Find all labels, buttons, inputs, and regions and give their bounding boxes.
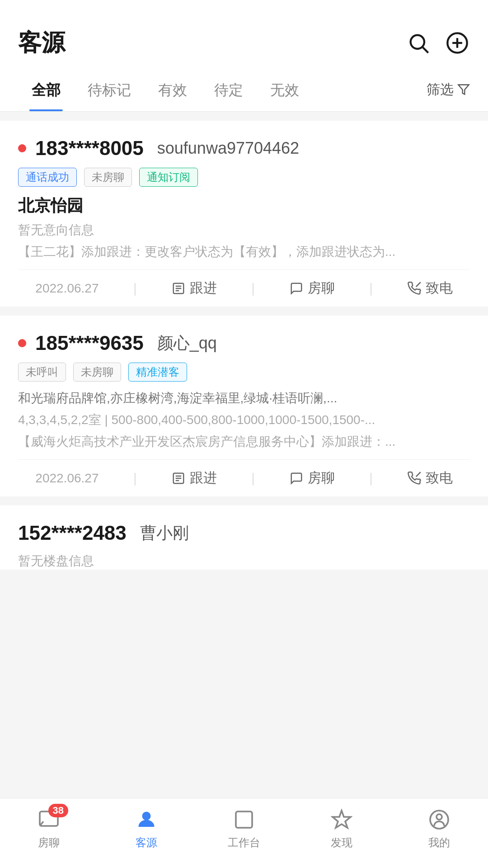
svg-rect-19 [236,811,252,828]
customer-card-3: 152****2483 曹小刚 暂无楼盘信息 [0,505,488,570]
call-label-2: 致电 [426,469,453,487]
action-date-2: 2022.06.27 [35,471,99,486]
tag-call-success: 通话成功 [18,168,77,187]
worktable-nav-icon [232,807,256,832]
rooms-info: 4,3,3,4,5,2,2室 | 500-800,400-500,800-100… [18,411,470,429]
tag-no-chat: 未房聊 [84,168,132,187]
nav-label-discover: 发现 [331,835,352,850]
unread-dot [18,144,26,152]
tab-pending-mark[interactable]: 待标记 [74,68,145,111]
svg-line-1 [423,47,428,53]
chat-button-1[interactable]: 房聊 [290,279,335,297]
call-label: 致电 [426,279,453,297]
follow-button-2[interactable]: 跟进 [172,469,217,487]
chat-button-2[interactable]: 房聊 [290,469,335,487]
search-button[interactable] [406,30,431,56]
divider-1: | [133,281,137,296]
bottom-nav: 38 房聊 客源 工作台 发现 [0,798,488,868]
page-title: 客源 [18,27,65,59]
unread-dot-2 [18,339,26,347]
svg-point-0 [411,35,424,49]
header: 客源 [0,0,488,68]
tags-row-2: 未呼叫 未房聊 精准潜客 [18,363,470,382]
content: 183****8005 soufunwa97704462 通话成功 未房聊 通知… [0,112,488,588]
card-actions-2: 2022.06.27 | 跟进 | 房聊 | [18,459,470,496]
action-date: 2022.06.27 [35,281,99,296]
card-header-1: 183****8005 soufunwa97704462 [18,137,470,160]
tag-no-call: 未呼叫 [18,363,66,382]
nav-fangqiao[interactable]: 38 房聊 [17,807,80,850]
card-header-2: 185****9635 颜心_qq [18,332,470,354]
properties-list: 和光瑞府品牌馆,亦庄橡树湾,海淀幸福里,绿城·桂语听澜,... [18,390,470,407]
svg-point-21 [436,814,442,820]
phone-number-2: 185****9635 [35,332,144,354]
community-name: 北京怡园 [18,195,470,217]
follow-button-1[interactable]: 跟进 [172,279,217,297]
svg-point-18 [143,812,150,820]
nav-label-worktable: 工作台 [228,835,260,850]
divider-3: | [369,281,373,296]
tab-invalid[interactable]: 无效 [257,68,313,111]
add-button[interactable] [445,30,470,56]
divider-6: | [369,471,373,486]
discover-nav-icon [329,807,354,832]
svg-marker-5 [458,85,469,94]
tag-notify-subscribe: 通知订阅 [139,168,198,187]
phone-number: 183****8005 [35,137,144,160]
call-button-2[interactable]: 致电 [408,469,453,487]
nav-label-keyuan: 客源 [136,835,157,850]
card-actions-1: 2022.06.27 | 跟进 | 房聊 | [18,269,470,307]
intention-info: 暂无意向信息 [18,222,470,239]
svg-line-10 [416,282,420,287]
phone-number-3: 152****2483 [18,522,127,544]
filter-button[interactable]: 筛选 [427,76,470,104]
tag-no-chat-2: 未房聊 [73,363,121,382]
follow-note-2: 【威海火炬高技术产业开发区杰宸房产信息服务中心】添加跟进：... [18,433,470,450]
no-property-info: 暂无楼盘信息 [18,552,470,570]
nav-label-fangqiao: 房聊 [38,835,60,850]
divider-2: | [251,281,255,296]
tag-precise-potential: 精准潜客 [128,363,187,382]
follow-label-2: 跟进 [190,469,217,487]
tab-valid[interactable]: 有效 [145,68,201,111]
card-header-3: 152****2483 曹小刚 [18,522,470,544]
username: soufunwa97704462 [157,139,299,158]
tags-row: 通话成功 未房聊 通知订阅 [18,168,470,187]
chat-badge: 38 [48,804,68,817]
header-actions [406,30,470,56]
nav-worktable[interactable]: 工作台 [212,807,276,850]
chat-label: 房聊 [308,279,335,297]
tabs-bar: 全部 待标记 有效 待定 无效 筛选 [0,68,488,112]
nav-discover[interactable]: 发现 [310,807,373,850]
nav-keyuan[interactable]: 客源 [115,807,178,850]
nav-label-mine: 我的 [428,835,450,850]
mine-nav-icon [427,807,451,832]
follow-note: 【王二花】添加跟进：更改客户状态为【有效】，添加跟进状态为... [18,243,470,260]
svg-line-15 [416,472,420,476]
username-2: 颜心_qq [157,332,217,354]
follow-label: 跟进 [190,279,217,297]
customer-card-2: 185****9635 颜心_qq 未呼叫 未房聊 精准潜客 和光瑞府品牌馆,亦… [0,316,488,496]
nav-mine[interactable]: 我的 [408,807,471,850]
chat-label-2: 房聊 [308,469,335,487]
tab-pending[interactable]: 待定 [201,68,257,111]
divider-4: | [133,471,137,486]
call-button-1[interactable]: 致电 [408,279,453,297]
username-3: 曹小刚 [140,522,189,544]
person-nav-icon [134,807,159,832]
chat-nav-icon: 38 [37,807,61,832]
customer-card-1: 183****8005 soufunwa97704462 通话成功 未房聊 通知… [0,121,488,307]
filter-label: 筛选 [427,80,454,99]
divider-5: | [251,471,255,486]
tabs: 全部 待标记 有效 待定 无效 [18,68,313,111]
tab-all[interactable]: 全部 [18,68,74,111]
